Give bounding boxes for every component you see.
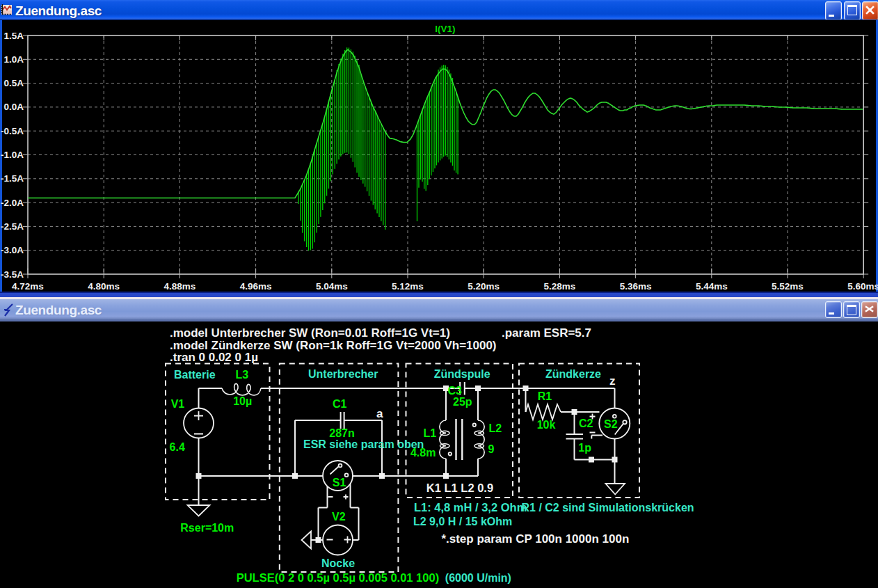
svg-text:-0.5A: -0.5A (1, 126, 24, 136)
svg-text:-2.5A: -2.5A (1, 221, 24, 232)
svg-text:z: z (609, 374, 616, 388)
svg-text:Rser=10m: Rser=10m (180, 522, 234, 534)
svg-text:5.60ms: 5.60ms (847, 281, 878, 292)
svg-text:Zündspule: Zündspule (434, 368, 490, 380)
svg-text:10µ: 10µ (233, 395, 252, 407)
svg-text:5.44ms: 5.44ms (696, 281, 728, 292)
svg-text:C2: C2 (579, 418, 593, 429)
svg-text:0.5A: 0.5A (3, 78, 24, 88)
svg-text:-3.0A: -3.0A (1, 245, 24, 255)
svg-text:S2: S2 (604, 418, 618, 430)
svg-text:.tran 0 0.02 0 1µ: .tran 0 0.02 0 1µ (170, 351, 258, 364)
svg-text:Batterie: Batterie (174, 369, 216, 381)
svg-text:1p: 1p (578, 442, 591, 454)
svg-text:9: 9 (488, 443, 495, 455)
svg-text:1.0A: 1.0A (3, 54, 24, 65)
svg-text:4.72ms: 4.72ms (12, 281, 44, 292)
svg-text:C1: C1 (333, 398, 347, 410)
svg-text:4.96ms: 4.96ms (240, 281, 272, 292)
svg-text:R1 / C2 sind Simulationskrücke: R1 / C2 sind Simulationskrücken (522, 502, 694, 514)
svg-text:V2: V2 (332, 511, 346, 523)
svg-text:5.20ms: 5.20ms (468, 281, 500, 292)
svg-text:287n: 287n (329, 427, 354, 439)
svg-text:V1: V1 (171, 398, 185, 410)
svg-text:4.80ms: 4.80ms (88, 281, 120, 292)
svg-text:L2: L2 (489, 422, 502, 434)
svg-text:L1: 4,8 mH / 3,2 Ohm: L1: 4,8 mH / 3,2 Ohm (414, 501, 527, 514)
svg-text:L2 9,0 H / 15 kOhm: L2 9,0 H / 15 kOhm (413, 516, 512, 527)
svg-text:5.52ms: 5.52ms (772, 281, 804, 292)
svg-text:Nocke: Nocke (321, 557, 355, 569)
svg-text:L1: L1 (424, 427, 437, 439)
svg-text:-1.5A: -1.5A (1, 173, 24, 184)
svg-text:1.5A: 1.5A (3, 31, 24, 41)
svg-text:5.12ms: 5.12ms (392, 281, 424, 292)
svg-text:Zündkerze: Zündkerze (545, 368, 601, 380)
svg-text:-2.0A: -2.0A (1, 198, 24, 208)
svg-text:C3: C3 (448, 385, 463, 397)
svg-text:4.88ms: 4.88ms (164, 281, 196, 292)
svg-text:Unterbrecher: Unterbrecher (308, 368, 378, 380)
svg-text:I(V1): I(V1) (435, 24, 455, 34)
svg-text:6.4: 6.4 (170, 441, 185, 453)
svg-text:.param ESR=5.7: .param ESR=5.7 (502, 326, 591, 340)
svg-text:5.36ms: 5.36ms (620, 281, 652, 292)
svg-text:25p: 25p (453, 396, 472, 408)
svg-text:0.0A: 0.0A (3, 102, 24, 112)
svg-text:*.step param CP 100n 1000n 100: *.step param CP 100n 1000n 100n (441, 532, 629, 546)
svg-text:(6000 U/min): (6000 U/min) (445, 572, 511, 584)
svg-text:L3: L3 (235, 369, 248, 381)
svg-text:5.04ms: 5.04ms (316, 281, 348, 292)
svg-text:PULSE(0 2 0 0.5µ 0.5µ 0.005 0.: PULSE(0 2 0 0.5µ 0.5µ 0.005 0.01 100) (237, 571, 439, 584)
svg-text:-3.5A: -3.5A (1, 269, 24, 280)
svg-text:S1: S1 (333, 477, 346, 488)
svg-text:ESR siehe param oben: ESR siehe param oben (303, 438, 424, 450)
svg-text:-1.0A: -1.0A (1, 150, 24, 160)
svg-text:.model Zündkerze SW (Ron=1k Ro: .model Zündkerze SW (Ron=1k Roff=1G Vt=2… (170, 339, 497, 352)
svg-text:a: a (376, 407, 383, 420)
svg-text:K1 L1 L2 0.9: K1 L1 L2 0.9 (426, 482, 493, 494)
svg-text:.model Unterbrecher SW (Ron=0.: .model Unterbrecher SW (Ron=0.01 Roff=1G… (170, 326, 450, 340)
svg-text:R1: R1 (538, 390, 552, 402)
svg-text:5.28ms: 5.28ms (544, 281, 576, 292)
svg-text:10k: 10k (537, 419, 556, 431)
